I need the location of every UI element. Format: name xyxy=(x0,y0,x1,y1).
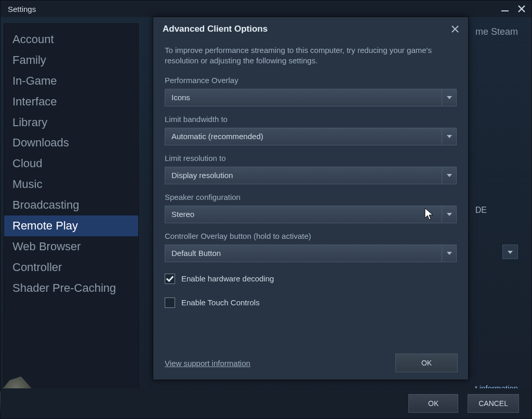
titlebar[interactable]: Settings xyxy=(1,1,531,17)
svg-rect-0 xyxy=(501,10,509,11)
select-value: Default Button xyxy=(171,249,221,258)
dialog-title: Advanced Client Options xyxy=(163,24,268,34)
label-controller-overlay-button: Controller Overlay button (hold to activ… xyxy=(165,232,457,240)
checkbox-hardware-decoding[interactable] xyxy=(165,274,175,284)
bg-partial-badge: DE xyxy=(475,206,487,215)
dialog-footer: View support information OK xyxy=(153,346,468,380)
select-limit-resolution[interactable]: Display resolution xyxy=(165,167,457,184)
view-support-information-link[interactable]: View support information xyxy=(165,359,250,368)
select-controller-overlay-button[interactable]: Default Button xyxy=(165,245,457,262)
advanced-client-options-dialog: Advanced Client Options To improve perfo… xyxy=(153,17,469,380)
dialog-close-button[interactable] xyxy=(449,23,461,35)
checkbox-row-hardware-decoding: Enable hardware decoding xyxy=(165,274,457,284)
checkbox-label: Enable Touch Controls xyxy=(181,298,260,307)
sidebar-item-cloud[interactable]: Cloud xyxy=(4,153,138,174)
settings-footer: OK CANCEL xyxy=(1,388,531,418)
window-title: Settings xyxy=(8,5,36,13)
sidebar-item-in-game[interactable]: In-Game xyxy=(4,71,138,91)
label-performance-overlay: Performance Overlay xyxy=(165,76,457,85)
close-icon xyxy=(451,25,459,33)
sidebar-item-music[interactable]: Music xyxy=(4,174,138,195)
chevron-down-icon xyxy=(442,167,456,184)
sidebar-item-broadcasting[interactable]: Broadcasting xyxy=(4,195,138,215)
sidebar-item-downloads[interactable]: Downloads xyxy=(4,132,138,153)
select-limit-bandwidth[interactable]: Automatic (recommended) xyxy=(165,128,457,145)
chevron-down-icon xyxy=(442,245,456,262)
bg-partial-select[interactable] xyxy=(502,245,518,259)
label-limit-resolution: Limit resolution to xyxy=(165,154,457,163)
dialog-body: To improve performance streaming to this… xyxy=(153,38,468,314)
sidebar-item-web-browser[interactable]: Web Browser xyxy=(4,236,138,257)
sidebar-item-interface[interactable]: Interface xyxy=(4,91,138,112)
sidebar-item-library[interactable]: Library xyxy=(4,112,138,133)
dialog-header: Advanced Client Options xyxy=(153,17,468,38)
select-performance-overlay[interactable]: Icons xyxy=(165,89,457,106)
label-speaker-configuration: Speaker configuration xyxy=(165,193,457,201)
settings-cancel-button[interactable]: CANCEL xyxy=(468,394,519,413)
label-limit-bandwidth: Limit bandwidth to xyxy=(165,115,457,124)
sidebar-item-remote-play[interactable]: Remote Play xyxy=(4,215,138,236)
minimize-button[interactable] xyxy=(499,3,511,15)
sidebar-item-controller[interactable]: Controller xyxy=(4,257,138,278)
sidebar-item-account[interactable]: Account xyxy=(4,29,138,50)
dialog-description: To improve performance streaming to this… xyxy=(165,45,457,66)
chevron-down-icon xyxy=(442,206,456,223)
checkbox-row-touch-controls: Enable Touch Controls xyxy=(165,298,457,308)
chevron-down-icon xyxy=(442,89,456,106)
select-value: Stereo xyxy=(171,210,194,219)
dialog-ok-button[interactable]: OK xyxy=(395,354,458,372)
bg-partial-label: me Steam xyxy=(475,26,518,37)
select-value: Display resolution xyxy=(171,171,233,180)
sidebar: Account Family In-Game Interface Library… xyxy=(4,23,139,412)
titlebar-controls xyxy=(499,3,527,15)
select-speaker-configuration[interactable]: Stereo xyxy=(165,206,457,223)
close-button[interactable] xyxy=(516,3,527,15)
checkbox-touch-controls[interactable] xyxy=(165,298,175,308)
settings-ok-button[interactable]: OK xyxy=(408,394,458,413)
select-value: Automatic (recommended) xyxy=(171,132,263,141)
sidebar-item-shader-pre-caching[interactable]: Shader Pre-Caching xyxy=(4,278,138,299)
sidebar-item-family[interactable]: Family xyxy=(4,50,138,71)
select-value: Icons xyxy=(171,93,190,102)
checkbox-label: Enable hardware decoding xyxy=(181,274,274,283)
chevron-down-icon xyxy=(442,128,456,145)
